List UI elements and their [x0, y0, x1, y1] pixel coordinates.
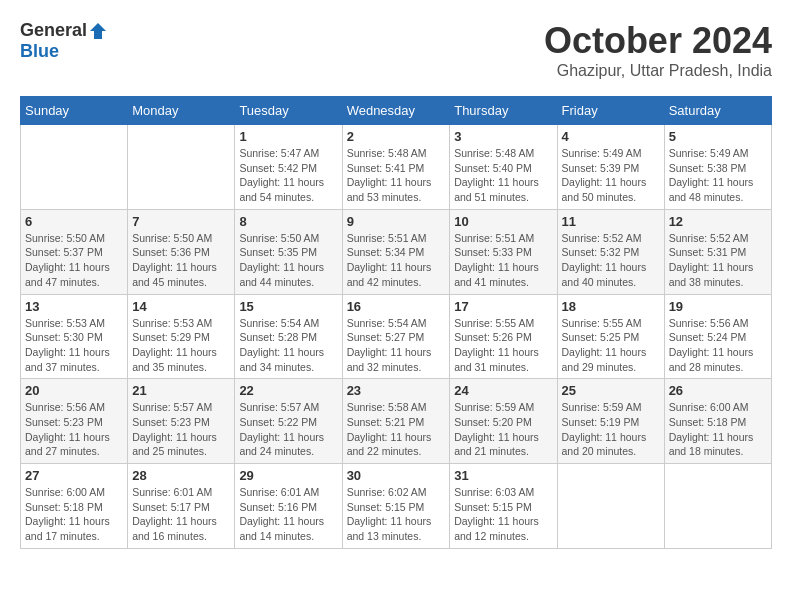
day-info: Sunrise: 6:02 AM Sunset: 5:15 PM Dayligh…: [347, 485, 446, 544]
calendar-cell: 8Sunrise: 5:50 AM Sunset: 5:35 PM Daylig…: [235, 209, 342, 294]
day-number: 26: [669, 383, 767, 398]
day-info: Sunrise: 5:50 AM Sunset: 5:36 PM Dayligh…: [132, 231, 230, 290]
day-number: 7: [132, 214, 230, 229]
calendar-cell: 13Sunrise: 5:53 AM Sunset: 5:30 PM Dayli…: [21, 294, 128, 379]
calendar-cell: 29Sunrise: 6:01 AM Sunset: 5:16 PM Dayli…: [235, 464, 342, 549]
calendar-week-2: 6Sunrise: 5:50 AM Sunset: 5:37 PM Daylig…: [21, 209, 772, 294]
day-info: Sunrise: 5:49 AM Sunset: 5:39 PM Dayligh…: [562, 146, 660, 205]
calendar-header-wednesday: Wednesday: [342, 97, 450, 125]
calendar-week-1: 1Sunrise: 5:47 AM Sunset: 5:42 PM Daylig…: [21, 125, 772, 210]
day-info: Sunrise: 6:00 AM Sunset: 5:18 PM Dayligh…: [669, 400, 767, 459]
day-info: Sunrise: 5:54 AM Sunset: 5:27 PM Dayligh…: [347, 316, 446, 375]
day-number: 23: [347, 383, 446, 398]
day-info: Sunrise: 5:59 AM Sunset: 5:19 PM Dayligh…: [562, 400, 660, 459]
calendar-cell: 5Sunrise: 5:49 AM Sunset: 5:38 PM Daylig…: [664, 125, 771, 210]
day-info: Sunrise: 5:52 AM Sunset: 5:31 PM Dayligh…: [669, 231, 767, 290]
title-area: October 2024 Ghazipur, Uttar Pradesh, In…: [544, 20, 772, 80]
calendar-cell: 16Sunrise: 5:54 AM Sunset: 5:27 PM Dayli…: [342, 294, 450, 379]
day-info: Sunrise: 5:57 AM Sunset: 5:23 PM Dayligh…: [132, 400, 230, 459]
day-number: 15: [239, 299, 337, 314]
day-number: 13: [25, 299, 123, 314]
day-info: Sunrise: 5:53 AM Sunset: 5:29 PM Dayligh…: [132, 316, 230, 375]
calendar-cell: 23Sunrise: 5:58 AM Sunset: 5:21 PM Dayli…: [342, 379, 450, 464]
day-info: Sunrise: 5:51 AM Sunset: 5:34 PM Dayligh…: [347, 231, 446, 290]
header: General Blue October 2024 Ghazipur, Utta…: [20, 20, 772, 80]
day-number: 3: [454, 129, 552, 144]
day-info: Sunrise: 5:53 AM Sunset: 5:30 PM Dayligh…: [25, 316, 123, 375]
day-info: Sunrise: 5:51 AM Sunset: 5:33 PM Dayligh…: [454, 231, 552, 290]
month-title: October 2024: [544, 20, 772, 62]
day-number: 1: [239, 129, 337, 144]
calendar-header-row: SundayMondayTuesdayWednesdayThursdayFrid…: [21, 97, 772, 125]
day-number: 8: [239, 214, 337, 229]
day-info: Sunrise: 5:54 AM Sunset: 5:28 PM Dayligh…: [239, 316, 337, 375]
day-info: Sunrise: 5:59 AM Sunset: 5:20 PM Dayligh…: [454, 400, 552, 459]
calendar-header-monday: Monday: [128, 97, 235, 125]
calendar-cell: 27Sunrise: 6:00 AM Sunset: 5:18 PM Dayli…: [21, 464, 128, 549]
day-number: 14: [132, 299, 230, 314]
day-info: Sunrise: 5:50 AM Sunset: 5:35 PM Dayligh…: [239, 231, 337, 290]
day-number: 20: [25, 383, 123, 398]
day-number: 22: [239, 383, 337, 398]
calendar-cell: 3Sunrise: 5:48 AM Sunset: 5:40 PM Daylig…: [450, 125, 557, 210]
calendar-week-3: 13Sunrise: 5:53 AM Sunset: 5:30 PM Dayli…: [21, 294, 772, 379]
calendar-cell: 21Sunrise: 5:57 AM Sunset: 5:23 PM Dayli…: [128, 379, 235, 464]
day-number: 30: [347, 468, 446, 483]
svg-marker-0: [90, 23, 106, 39]
day-number: 4: [562, 129, 660, 144]
day-info: Sunrise: 5:55 AM Sunset: 5:25 PM Dayligh…: [562, 316, 660, 375]
day-number: 27: [25, 468, 123, 483]
calendar-week-5: 27Sunrise: 6:00 AM Sunset: 5:18 PM Dayli…: [21, 464, 772, 549]
calendar-cell: 19Sunrise: 5:56 AM Sunset: 5:24 PM Dayli…: [664, 294, 771, 379]
calendar-cell: 22Sunrise: 5:57 AM Sunset: 5:22 PM Dayli…: [235, 379, 342, 464]
calendar-cell: 6Sunrise: 5:50 AM Sunset: 5:37 PM Daylig…: [21, 209, 128, 294]
day-number: 16: [347, 299, 446, 314]
day-info: Sunrise: 6:03 AM Sunset: 5:15 PM Dayligh…: [454, 485, 552, 544]
calendar-header-sunday: Sunday: [21, 97, 128, 125]
day-number: 25: [562, 383, 660, 398]
day-info: Sunrise: 5:48 AM Sunset: 5:40 PM Dayligh…: [454, 146, 552, 205]
calendar-cell: [21, 125, 128, 210]
day-number: 19: [669, 299, 767, 314]
day-info: Sunrise: 5:55 AM Sunset: 5:26 PM Dayligh…: [454, 316, 552, 375]
day-number: 9: [347, 214, 446, 229]
calendar-cell: 24Sunrise: 5:59 AM Sunset: 5:20 PM Dayli…: [450, 379, 557, 464]
day-number: 6: [25, 214, 123, 229]
day-info: Sunrise: 5:48 AM Sunset: 5:41 PM Dayligh…: [347, 146, 446, 205]
calendar-cell: 2Sunrise: 5:48 AM Sunset: 5:41 PM Daylig…: [342, 125, 450, 210]
location-title: Ghazipur, Uttar Pradesh, India: [544, 62, 772, 80]
calendar-cell: 15Sunrise: 5:54 AM Sunset: 5:28 PM Dayli…: [235, 294, 342, 379]
calendar-cell: 9Sunrise: 5:51 AM Sunset: 5:34 PM Daylig…: [342, 209, 450, 294]
day-number: 31: [454, 468, 552, 483]
calendar-cell: [128, 125, 235, 210]
day-number: 12: [669, 214, 767, 229]
calendar-cell: 30Sunrise: 6:02 AM Sunset: 5:15 PM Dayli…: [342, 464, 450, 549]
calendar-cell: 11Sunrise: 5:52 AM Sunset: 5:32 PM Dayli…: [557, 209, 664, 294]
day-info: Sunrise: 5:56 AM Sunset: 5:23 PM Dayligh…: [25, 400, 123, 459]
day-number: 2: [347, 129, 446, 144]
day-info: Sunrise: 6:01 AM Sunset: 5:16 PM Dayligh…: [239, 485, 337, 544]
calendar-cell: 25Sunrise: 5:59 AM Sunset: 5:19 PM Dayli…: [557, 379, 664, 464]
calendar-cell: 12Sunrise: 5:52 AM Sunset: 5:31 PM Dayli…: [664, 209, 771, 294]
calendar-cell: 28Sunrise: 6:01 AM Sunset: 5:17 PM Dayli…: [128, 464, 235, 549]
calendar-cell: 20Sunrise: 5:56 AM Sunset: 5:23 PM Dayli…: [21, 379, 128, 464]
calendar-cell: 17Sunrise: 5:55 AM Sunset: 5:26 PM Dayli…: [450, 294, 557, 379]
day-info: Sunrise: 5:58 AM Sunset: 5:21 PM Dayligh…: [347, 400, 446, 459]
calendar-header-thursday: Thursday: [450, 97, 557, 125]
calendar-cell: 4Sunrise: 5:49 AM Sunset: 5:39 PM Daylig…: [557, 125, 664, 210]
logo-general: General: [20, 20, 87, 41]
day-number: 17: [454, 299, 552, 314]
calendar-cell: 14Sunrise: 5:53 AM Sunset: 5:29 PM Dayli…: [128, 294, 235, 379]
calendar-header-saturday: Saturday: [664, 97, 771, 125]
calendar-cell: 10Sunrise: 5:51 AM Sunset: 5:33 PM Dayli…: [450, 209, 557, 294]
calendar-cell: [557, 464, 664, 549]
calendar-cell: 7Sunrise: 5:50 AM Sunset: 5:36 PM Daylig…: [128, 209, 235, 294]
calendar-cell: 31Sunrise: 6:03 AM Sunset: 5:15 PM Dayli…: [450, 464, 557, 549]
day-info: Sunrise: 5:57 AM Sunset: 5:22 PM Dayligh…: [239, 400, 337, 459]
day-number: 11: [562, 214, 660, 229]
day-info: Sunrise: 5:49 AM Sunset: 5:38 PM Dayligh…: [669, 146, 767, 205]
day-info: Sunrise: 6:01 AM Sunset: 5:17 PM Dayligh…: [132, 485, 230, 544]
logo-icon: [88, 21, 108, 41]
day-info: Sunrise: 5:52 AM Sunset: 5:32 PM Dayligh…: [562, 231, 660, 290]
calendar-header-friday: Friday: [557, 97, 664, 125]
